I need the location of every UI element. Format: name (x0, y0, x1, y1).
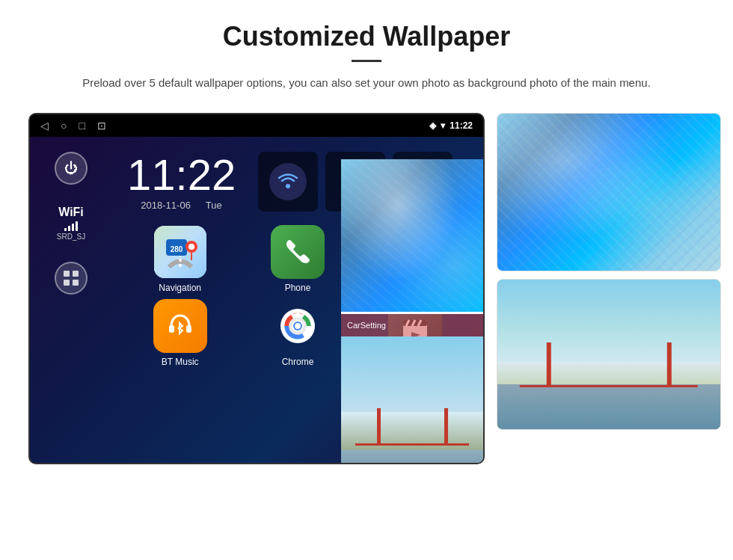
device-mockup: ◁ ○ □ ⊡ ◈ ▾ 11:22 ⏻ WiFi (28, 113, 485, 464)
bridge-tower-left (547, 342, 551, 387)
svg-rect-2 (64, 280, 70, 286)
clock-widget: 11:22 2018-11-06 Tue (127, 153, 236, 211)
wifi-label: WiFi (58, 206, 84, 219)
location-icon: ◈ (429, 120, 436, 131)
main-content: ◁ ○ □ ⊡ ◈ ▾ 11:22 ⏻ WiFi (0, 105, 733, 464)
bridge-structure (520, 385, 698, 387)
car-setting-label: CarSetting (347, 321, 386, 330)
bridge-tower-right (666, 342, 671, 387)
phone-icon-svg (282, 236, 313, 268)
bridge-deck (355, 443, 469, 446)
title-divider (352, 60, 381, 62)
bridge-water-layer (497, 384, 720, 429)
wifi-bar-4 (76, 221, 78, 231)
day-value: Tue (206, 200, 222, 211)
chrome-icon-svg (280, 309, 315, 343)
left-sidebar: ⏻ WiFi SRD_SJ (30, 137, 112, 464)
wifi-info: WiFi SRD_SJ (57, 206, 85, 241)
app-item-bt-music[interactable]: BT Music (124, 299, 236, 367)
bridge-wallpaper-preview-device (341, 336, 483, 465)
status-bar: ◁ ○ □ ⊡ ◈ ▾ 11:22 (30, 114, 483, 137)
ice-wallpaper-image (497, 114, 720, 271)
page-header: Customized Wallpaper Preload over 5 defa… (0, 0, 733, 105)
svg-point-4 (286, 184, 290, 188)
bridge-sky (341, 336, 483, 413)
status-right: ◈ ▾ 11:22 (429, 120, 473, 131)
car-setting-bar: CarSetting (341, 314, 483, 336)
home-button[interactable]: ○ (61, 120, 67, 132)
bt-music-label: BT Music (162, 357, 199, 367)
bridge-wallpaper (497, 279, 721, 430)
wifi-icon-circle (269, 163, 307, 200)
svg-text:280: 280 (170, 245, 183, 253)
wifi-bar-2 (68, 226, 70, 231)
date-value: 2018-11-06 (141, 200, 191, 211)
wallpaper-previews (497, 113, 721, 430)
bridge-tower-left (377, 408, 381, 446)
apps-drawer-button[interactable] (55, 262, 88, 295)
wifi-wave-icon (275, 168, 301, 195)
navigation-label: Navigation (159, 283, 201, 293)
svg-rect-16 (186, 325, 191, 333)
screenshot-button[interactable]: ⊡ (97, 120, 106, 132)
phone-label: Phone (285, 283, 311, 293)
power-button[interactable]: ⏻ (55, 152, 88, 185)
grid-icon (63, 270, 79, 286)
status-time: 11:22 (450, 120, 473, 131)
maps-icon-svg: 280 (154, 226, 206, 278)
bridge-water (341, 450, 483, 464)
app-item-phone[interactable]: Phone (242, 225, 353, 293)
ice-texture-overlay (497, 114, 720, 271)
ice-wallpaper (497, 113, 721, 271)
wifi-signal-bars (64, 221, 78, 231)
svg-point-22 (295, 323, 301, 329)
wifi-bar-1 (64, 228, 67, 231)
bridge-tower-right (444, 408, 448, 446)
page-title: Customized Wallpaper (45, 21, 688, 52)
recents-button[interactable]: □ (79, 120, 85, 132)
chrome-icon (271, 299, 325, 353)
bt-music-icon-svg (164, 310, 197, 342)
svg-rect-0 (64, 271, 70, 277)
bridge-sky-layer (497, 280, 720, 362)
clock-date: 2018-11-06 Tue (141, 200, 221, 211)
wifi-status-icon: ▾ (441, 120, 445, 131)
svg-rect-1 (73, 271, 79, 277)
navigation-icon: 280 (153, 225, 207, 279)
phone-icon (271, 225, 325, 279)
page-description: Preload over 5 default wallpaper options… (75, 74, 658, 92)
wifi-bar-3 (72, 224, 74, 231)
app-item-chrome[interactable]: Chrome (242, 299, 353, 367)
wifi-shortcut[interactable] (258, 152, 318, 212)
nav-buttons: ◁ ○ □ ⊡ (40, 120, 106, 132)
device-wallpaper-overlay: CarSetting (341, 159, 483, 464)
clock-time: 11:22 (127, 153, 236, 197)
app-item-navigation[interactable]: 280 Navigation (124, 225, 236, 293)
svg-rect-3 (73, 280, 79, 286)
ice-wallpaper-preview-device (341, 159, 483, 312)
wifi-ssid: SRD_SJ (57, 233, 85, 241)
android-screen: ⏻ WiFi SRD_SJ (30, 137, 483, 464)
chrome-label: Chrome (282, 357, 314, 367)
back-button[interactable]: ◁ (40, 120, 49, 132)
ice-texture (341, 159, 483, 312)
svg-rect-15 (169, 325, 174, 333)
bt-music-icon (153, 299, 207, 353)
svg-point-10 (188, 244, 194, 250)
bridge-wallpaper-image (497, 280, 720, 429)
